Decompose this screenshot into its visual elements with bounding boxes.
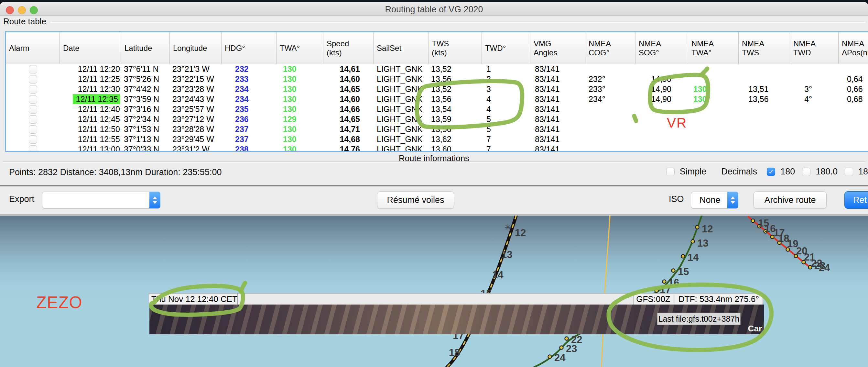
alarm-checkbox[interactable]: [29, 85, 37, 93]
table-row[interactable]: 12/11 12:4037°3'16 N23°25'57 W23513014,6…: [6, 104, 868, 114]
column-header-ntwa[interactable]: NMEA TWA°: [688, 32, 739, 64]
table-row[interactable]: 12/11 12:3537°3'59 N23°24'43 W23413014,6…: [6, 94, 868, 104]
return-button[interactable]: Ret: [844, 191, 868, 209]
table-row[interactable]: 12/11 12:3037°4'42 N23°23'28 W23413014,6…: [6, 84, 868, 94]
cell-lon: 23°29'45 W: [170, 134, 221, 144]
option-checkbox-180.0[interactable]: [802, 168, 810, 176]
cell-lat: 37°3'59 N: [121, 94, 170, 104]
cell-twd: 4: [482, 94, 530, 104]
cell-hdg: 235: [221, 104, 277, 114]
alarm-checkbox[interactable]: [29, 135, 37, 144]
route-tracks-layer: ✳121314151718121314151617222324151617181…: [0, 216, 868, 367]
waypoint-hour-label: 12: [702, 223, 713, 235]
column-header-hdg[interactable]: HDG°: [221, 32, 277, 64]
cell-twa: 130: [277, 74, 323, 84]
cell-alarm: [6, 135, 60, 144]
gfs-run-label: GFS:00Z: [633, 293, 673, 305]
alarm-checkbox[interactable]: [29, 125, 37, 134]
cell-vmg: 83/141: [530, 94, 585, 104]
waypoint-hour-label: 24: [819, 262, 830, 274]
column-header-date[interactable]: Date: [60, 32, 121, 64]
column-header-ncog[interactable]: NMEA COG°: [585, 32, 636, 64]
cell-sail: LIGHT_GNK: [374, 104, 429, 114]
waypoint-dot: [695, 226, 699, 229]
cell-dpos: 0,66: [839, 84, 868, 94]
cell-twa: 130: [277, 64, 323, 74]
waypoint-hour-label: 13: [501, 249, 512, 260]
iso-dropdown-value: None: [700, 195, 720, 205]
column-header-lat[interactable]: Latitude: [121, 32, 170, 64]
archive-route-button[interactable]: Archive route: [753, 191, 827, 209]
waypoint-hour-label: ✳: [504, 223, 512, 232]
waypoint-hour-label: 14: [492, 269, 503, 281]
cell-alarm: [6, 75, 60, 84]
cell-twa: 130: [277, 124, 323, 134]
cell-tws: 13,54: [429, 104, 482, 114]
cell-alarm: [6, 105, 60, 114]
cell-twd: 7: [482, 144, 530, 152]
table-row[interactable]: 12/11 13:0037°0'33 N23°31'2 W23813014,76…: [6, 144, 868, 152]
cell-tws: 13,52: [429, 64, 482, 74]
ocean-map[interactable]: ✳121314151718121314151617222324151617181…: [0, 216, 868, 367]
cell-date: 12/11 12:40: [60, 104, 121, 114]
column-header-alarm[interactable]: Alarm: [6, 32, 60, 64]
window-body: Route table AlarmDateLatitudeLongitudeHD…: [0, 16, 868, 214]
cell-tws: 13,59: [429, 114, 482, 124]
table-row[interactable]: 12/11 12:5537°1'13 N23°29'45 W23713014,6…: [6, 134, 868, 144]
alarm-checkbox[interactable]: [29, 105, 37, 114]
alarm-checkbox[interactable]: [29, 145, 37, 152]
cell-sail: LIGHT_GNK: [374, 124, 429, 134]
table-row[interactable]: 12/11 12:2037°6'11 N23°21'3 W23213014,61…: [6, 64, 868, 74]
column-header-ntws[interactable]: NMEA TWS: [739, 32, 790, 64]
column-header-twd[interactable]: TWD°: [482, 32, 530, 64]
alarm-checkbox[interactable]: [29, 75, 37, 84]
orange-meridian-line: [601, 216, 610, 367]
cell-tws: 13,56: [429, 124, 482, 134]
cell-twd: 5: [482, 124, 530, 134]
iso-dropdown[interactable]: None: [691, 192, 738, 208]
cell-date: 12/11 12:20: [60, 64, 121, 74]
column-header-tws[interactable]: TWS (kts): [429, 32, 482, 64]
alarm-checkbox[interactable]: [29, 65, 37, 74]
simple-label: Simple: [680, 167, 707, 177]
table-row[interactable]: 12/11 12:2537°5'26 N23°22'15 W23313014,6…: [6, 74, 868, 84]
column-header-nsog[interactable]: NMEA SOG°: [636, 32, 688, 64]
cell-ntwd: 3°: [790, 84, 839, 94]
cell-date: 12/11 13:00: [60, 144, 121, 152]
option-checkbox-180[interactable]: ✓: [767, 168, 775, 176]
time-bar-track[interactable]: [245, 293, 633, 305]
map-time-bar[interactable]: Thu Nov 12 12:40 CET GFS:00Z DTF: 533.4n…: [149, 293, 763, 305]
column-header-dpos[interactable]: NMEA ΔPos(nm: [839, 32, 868, 64]
column-header-vmg[interactable]: VMG Angles: [530, 32, 585, 64]
cell-sail: LIGHT_GNK: [374, 134, 429, 144]
waypoint-dot: [751, 219, 755, 223]
column-header-lon[interactable]: Longitude: [170, 32, 221, 64]
route-info-options: Simple Decimals ✓180180.018: [666, 167, 868, 177]
route-table-body: 12/11 12:2037°6'11 N23°21'3 W23213014,61…: [6, 64, 868, 152]
cell-ntwa: 130°: [688, 94, 739, 104]
cell-nsog: 14,90: [636, 74, 688, 84]
cell-dpos: 0,68: [839, 94, 868, 104]
resume-voiles-button[interactable]: Résumé voiles: [377, 191, 454, 209]
cell-ncog: 232°: [585, 74, 636, 84]
simple-checkbox[interactable]: [666, 168, 675, 176]
export-dropdown[interactable]: [42, 192, 160, 208]
table-row[interactable]: 12/11 12:5037°1'53 N23°28'28 W23713014,7…: [6, 124, 868, 134]
alarm-checkbox[interactable]: [29, 95, 37, 104]
route-table-group-label: Route table: [3, 17, 46, 27]
cell-twa: 130: [277, 134, 323, 144]
column-header-speed[interactable]: Speed (kts): [323, 32, 374, 64]
option-checkbox-18[interactable]: [845, 168, 853, 176]
table-row[interactable]: 12/11 12:4537°2'34 N23°27'12 W23612914,6…: [6, 114, 868, 124]
column-header-ntwd[interactable]: NMEA TWD: [790, 32, 839, 64]
time-bar-spacer: [238, 293, 245, 305]
cell-lat: 37°2'34 N: [121, 114, 170, 124]
alarm-checkbox[interactable]: [29, 115, 37, 124]
cell-dpos: 0,64: [839, 74, 868, 84]
cell-tws: 13,60: [429, 144, 482, 152]
cell-lat: 37°3'16 N: [121, 104, 170, 114]
column-header-twa[interactable]: TWA°: [277, 32, 323, 64]
cell-nsog: 14,90: [636, 94, 688, 104]
column-header-sail[interactable]: SailSet: [374, 32, 429, 64]
highlighted-date: 12/11 12:35: [73, 94, 120, 104]
